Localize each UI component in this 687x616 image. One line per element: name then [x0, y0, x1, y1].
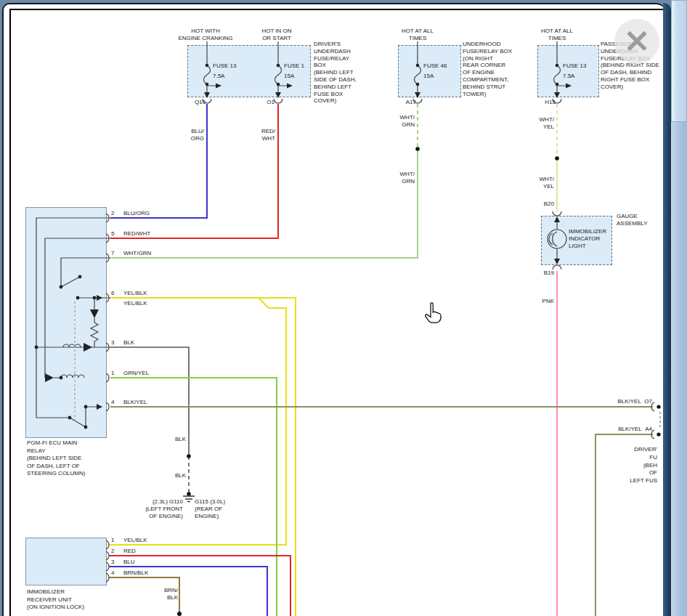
wire-name: BLK/YEL [617, 398, 641, 405]
fuse-1-label: FUSE 1 15A [284, 61, 304, 81]
pin-wire: YEL/BLK [123, 537, 147, 543]
pgm-fi-relay-box [25, 207, 107, 438]
pin-wire: BLU/ORG [123, 210, 150, 216]
wire-label-wht-grn-b: WHT/ GRN [378, 171, 415, 185]
pin-wire: BLK/YEL [123, 399, 147, 405]
relay-name: PGM-FI ECU MAIN RELAY (BEHIND LEFT SIDE … [27, 439, 85, 478]
pin-number: 7 [111, 250, 123, 257]
driver-fusebox-desc: DRIVER'S UNDERDASH FUSE/RELAY BOX (BEHIN… [314, 41, 357, 105]
wire-label-wht-yel-a: WHT/ YEL [518, 116, 554, 131]
immobilizer-receiver-box [25, 538, 107, 585]
pin-wire: BLK [123, 339, 134, 346]
receiver-pin-3: 3BLU [111, 559, 135, 566]
fuse-46-label: FUSE 46 15A [423, 61, 447, 81]
wire-name: BLK/YEL [618, 426, 641, 432]
receiver-name: IMMOBILIZER RECEIVER UNIT (ON IGNITION L… [27, 588, 84, 612]
rail-label-engine-cranking: HOT WITH ENGINE CRANKING [169, 28, 242, 42]
gauge-conn-b20: B20 [518, 200, 554, 208]
fuse-13b-label: FUSE 13 7.5A [563, 61, 586, 81]
wire-label-brn-blk: BRN/ BLK [142, 587, 178, 601]
wire-label-blk-b: BLK [150, 472, 186, 479]
fuse-13a-label: FUSE 13 7.5A [213, 61, 236, 81]
wire-label-red-wht: RED/ WHT [239, 128, 275, 142]
pin-number: 5 [111, 230, 123, 238]
gauge-assembly-label: GAUGE ASSEMBLY [617, 213, 648, 227]
underhood-fusebox-desc: UNDERHOOD FUSE/RELAY BOX (ON RIGHT REAR … [463, 41, 512, 97]
wire-label-blu-org: BLU/ ORG [168, 128, 204, 142]
pin-number: 4 [111, 570, 123, 577]
conn-name: A4 [645, 426, 652, 432]
blk-yel-o7-label: BLK/YEL O7 [580, 398, 652, 405]
ground-g110-label: (2.3L) G110 (LEFT FRONT OF ENGINE) [110, 498, 183, 520]
blk-yel-a4-label: BLK/YEL A4 [580, 426, 652, 433]
pin-number: 4 [111, 399, 123, 406]
pin-wire: BRN/BLK [123, 570, 148, 576]
close-button[interactable]: × [614, 19, 659, 64]
receiver-pin-2: 2RED [111, 548, 136, 555]
pin-wire: RED/WHT [123, 230, 150, 237]
pin-number: 2 [111, 548, 123, 555]
pin-wire: YEL/BLK [123, 300, 147, 307]
relay-pin-6b: YEL/BLK [111, 300, 147, 307]
gauge-conn-b19: B19 [518, 270, 554, 277]
pin-wire: GRN/YEL [123, 370, 149, 376]
connector-a17: A17 [381, 99, 416, 106]
relay-pin-3: 3BLK [111, 339, 134, 346]
rail-label-all-times-2: HOT AT ALL TIMES [521, 28, 593, 42]
wire-label-wht-yel-b: WHT/ YEL [518, 176, 554, 190]
relay-pin-1: 1GRN/YEL [111, 370, 149, 377]
immobilizer-light-label: IMMOBILIZER INDICATOR LIGHT [569, 228, 606, 250]
pin-wire: WHT/GRN [123, 250, 151, 256]
window-right-border [663, 3, 671, 616]
relay-pin-7: 7WHT/GRN [111, 250, 151, 257]
receiver-pin-4: 4BRN/BLK [111, 570, 148, 577]
rail-label-all-times-1: HOT AT ALL TIMES [381, 28, 454, 42]
vertical-scrollbar[interactable] [671, 0, 687, 616]
pin-number: 2 [111, 210, 123, 217]
ground-g115-label: G115 (3.0L) (REAR OF ENGINE) [195, 498, 225, 520]
rail-label-in-on-start: HOT IN ON OR START [240, 28, 313, 42]
wire-label-blk-a: BLK [150, 436, 186, 443]
connector-o1: O1 [240, 99, 275, 106]
relay-pin-6: 6YEL/BLK [111, 290, 147, 297]
pin-wire: BLU [123, 559, 135, 565]
receiver-pin-1: 1YEL/BLK [111, 537, 147, 544]
pin-number: 1 [111, 537, 123, 544]
connector-h15: H15 [521, 99, 556, 106]
wire-label-wht-grn-a: WHT/ GRN [378, 114, 415, 129]
relay-pin-5: 5RED/WHT [111, 230, 150, 238]
pin-number: 1 [111, 370, 123, 377]
wire-label-pnk: PNK [518, 298, 554, 305]
pin-number: 3 [111, 339, 123, 346]
relay-pin-4: 4BLK/YEL [111, 399, 147, 406]
conn-name: O7 [644, 398, 652, 405]
clipped-right-text: DRIVER' FU (BEH OF LEFT FUS [585, 446, 657, 485]
pin-wire: YEL/BLK [123, 290, 147, 296]
close-icon: × [623, 23, 651, 57]
pin-number: 3 [111, 559, 123, 566]
connector-q10: Q10 [171, 99, 206, 106]
pin-number: 6 [111, 290, 123, 297]
relay-pin-2: 2BLU/ORG [111, 210, 150, 217]
pin-wire: RED [123, 548, 136, 554]
scrollbar-thumb[interactable] [671, 0, 687, 122]
